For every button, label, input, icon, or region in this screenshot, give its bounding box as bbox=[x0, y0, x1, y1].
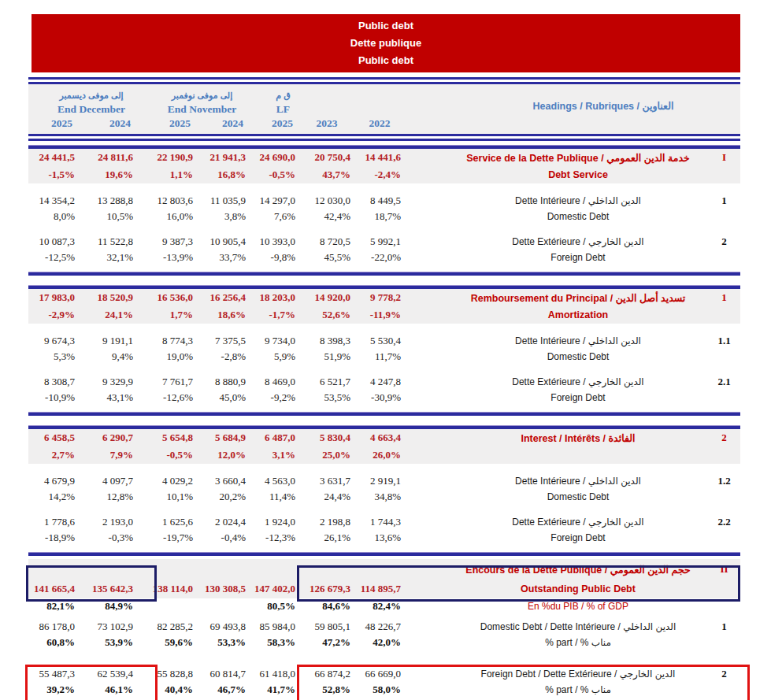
gdp-pct: 82,1% bbox=[28, 600, 79, 613]
cell-pct: -10,9% bbox=[28, 391, 79, 404]
section-value: 21 941,3 bbox=[197, 151, 250, 164]
highlight-box-red-foreign-end-december bbox=[25, 665, 158, 700]
row-label: En %du PIB / % of GDP bbox=[405, 601, 708, 612]
cell-pct: 34,8% bbox=[354, 491, 405, 503]
cell-value: 61 418,0 bbox=[250, 668, 299, 680]
cell-value: 2 198,8 bbox=[299, 516, 354, 528]
table-row: 4 679,94 097,74 029,23 660,44 563,03 631… bbox=[28, 473, 740, 489]
highlight-box-navy-title-2023-2022 bbox=[297, 565, 740, 602]
cell-pct: 60,8% bbox=[28, 636, 79, 649]
cell-pct: -13,9% bbox=[137, 251, 197, 264]
cell-value: 14 297,0 bbox=[250, 194, 299, 207]
cell-value: 14 354,2 bbox=[28, 194, 79, 207]
cell-pct: 45,5% bbox=[299, 251, 354, 264]
cell-value: 8 308,7 bbox=[28, 376, 79, 388]
section-header-band: 6 458,56 290,75 654,85 684,96 487,05 830… bbox=[28, 429, 740, 464]
cell-value: 4 097,7 bbox=[79, 475, 137, 487]
cell-pct: 5,3% bbox=[28, 350, 79, 363]
sub-row-block: 9 674,39 191,18 774,37 375,59 734,08 398… bbox=[28, 333, 740, 365]
header-year: 2025 bbox=[137, 117, 197, 130]
cell-value: 5 530,4 bbox=[354, 335, 405, 347]
cell-pct: 14,2% bbox=[28, 491, 79, 503]
cell-value: 86 178,0 bbox=[28, 620, 79, 633]
cell-pct: 45,0% bbox=[197, 391, 250, 404]
headings-column-label: Headings / Rubriques / العناوين bbox=[465, 100, 741, 112]
cell-pct: 42,0% bbox=[354, 636, 405, 649]
cell-pct: -22,0% bbox=[354, 251, 405, 264]
row-label: Service de la Dette Publique / خدمة الدي… bbox=[405, 152, 708, 164]
section-value: 16 256,4 bbox=[197, 291, 250, 304]
outstanding-section: Encours de la Dette Publique / حجم الدين… bbox=[28, 559, 740, 700]
section-pct: 25,0% bbox=[299, 449, 354, 461]
cell-pct: 12,8% bbox=[79, 491, 137, 503]
cell-pct: 46,7% bbox=[197, 683, 250, 696]
cell-pct: 47,2% bbox=[299, 636, 354, 649]
row-label: Remboursement du Principal / تسديد أصل ا… bbox=[405, 292, 708, 304]
row-index: I bbox=[708, 151, 740, 164]
table-row: 9 674,39 191,18 774,37 375,59 734,08 398… bbox=[28, 333, 740, 349]
section-bottom-rule bbox=[28, 552, 740, 556]
section-pct: 2,7% bbox=[28, 449, 79, 461]
sub-row-block: 86 178,073 102,982 285,269 493,885 984,0… bbox=[28, 619, 740, 650]
section-pct: 26,0% bbox=[354, 449, 405, 461]
section-pct: 19,6% bbox=[79, 169, 137, 181]
cell-value: 4 563,0 bbox=[250, 475, 299, 487]
cell-value: 85 984,0 bbox=[250, 620, 299, 633]
gdp-pct: 82,4% bbox=[354, 600, 405, 613]
cell-value: 59 805,1 bbox=[299, 620, 354, 633]
cell-value: 13 288,8 bbox=[79, 194, 137, 207]
table-row: 17 983,018 520,916 536,016 256,418 203,0… bbox=[28, 289, 740, 306]
cell-value: 8 398,3 bbox=[299, 335, 354, 347]
row-label: Debt Service bbox=[405, 169, 708, 180]
cell-value: 48 226,7 bbox=[354, 620, 405, 633]
cell-pct: -12,3% bbox=[250, 531, 299, 544]
section-value: 6 487,0 bbox=[250, 431, 299, 444]
cell-value: 10 087,3 bbox=[28, 235, 79, 248]
cell-value: 8 720,5 bbox=[299, 235, 354, 248]
row-label: Domestic Debt bbox=[405, 351, 708, 362]
row-label: Dette Intérieure / الدين الداخلي bbox=[405, 335, 708, 346]
section-value: 14 920,0 bbox=[299, 291, 354, 304]
cell-value: 1 744,3 bbox=[354, 516, 405, 528]
cell-pct: 41,7% bbox=[250, 683, 299, 696]
cell-pct: 11,4% bbox=[250, 491, 299, 503]
table-row: 5,3%9,4%19,0%-2,8%5,9%51,9%11,7%Domestic… bbox=[28, 349, 740, 365]
table-row: -2,9%24,1%1,7%18,6%-1,7%52,6%-11,9%Amort… bbox=[28, 306, 740, 324]
sub-row-block: 8 308,79 329,97 761,78 880,98 469,06 521… bbox=[28, 374, 740, 406]
cell-value: 1 924,0 bbox=[250, 516, 299, 528]
row-index: 1 bbox=[708, 291, 740, 304]
cell-pct: -9,2% bbox=[250, 391, 299, 404]
sub-row-block: 1 778,62 193,01 625,62 024,41 924,02 198… bbox=[28, 514, 740, 546]
row-label: Dette Intérieure / الدين الداخلي bbox=[405, 476, 708, 487]
cell-pct: -9,8% bbox=[250, 251, 299, 264]
cell-pct: 26,1% bbox=[299, 531, 354, 544]
section-value: 16 536,0 bbox=[137, 291, 197, 304]
table-row: 14 354,213 288,812 803,611 035,914 297,0… bbox=[28, 193, 740, 209]
cell-pct: 51,9% bbox=[299, 350, 354, 363]
cell-pct: -30,9% bbox=[354, 391, 405, 404]
section-pct: -11,9% bbox=[354, 309, 405, 321]
section-value: 6 458,5 bbox=[28, 431, 79, 444]
cell-pct: 42,4% bbox=[299, 210, 354, 223]
table-row: 6 458,56 290,75 654,85 684,96 487,05 830… bbox=[28, 429, 740, 446]
section-value: 5 654,8 bbox=[137, 431, 197, 444]
cell-value: 9 734,0 bbox=[250, 335, 299, 347]
cell-value: 8 774,3 bbox=[137, 335, 197, 347]
row-label: Domestic Debt / Dette Intérieure / الدين… bbox=[405, 621, 708, 632]
table-content: إلى موفى ديسمبرإلى موفى نوفمبرق م End De… bbox=[28, 77, 740, 700]
table-row: 24 441,524 811,622 190,921 941,324 690,0… bbox=[28, 149, 740, 166]
cell-value: 9 329,9 bbox=[79, 376, 137, 388]
row-index: 2 bbox=[708, 235, 740, 248]
cell-value: 5 992,1 bbox=[354, 235, 405, 248]
row-index: 1.2 bbox=[708, 475, 740, 487]
cell-value: 69 493,8 bbox=[197, 620, 250, 633]
cell-pct: 10,5% bbox=[79, 210, 137, 223]
table-row: -1,5%19,6%1,1%16,8%-0,5%43,7%-2,4%Debt S… bbox=[28, 166, 740, 183]
section-value: 5 684,9 bbox=[197, 431, 250, 444]
cell-value: 82 285,2 bbox=[137, 620, 197, 633]
section-pct: 3,1% bbox=[250, 449, 299, 461]
row-label: Foreign Debt bbox=[405, 252, 708, 263]
row-label: Interest / Intérêts / الفائدة bbox=[405, 432, 708, 444]
section-pct: -0,5% bbox=[250, 169, 299, 181]
table-row: 2,7%7,9%-0,5%12,0%3,1%25,0%26,0% bbox=[28, 446, 740, 464]
